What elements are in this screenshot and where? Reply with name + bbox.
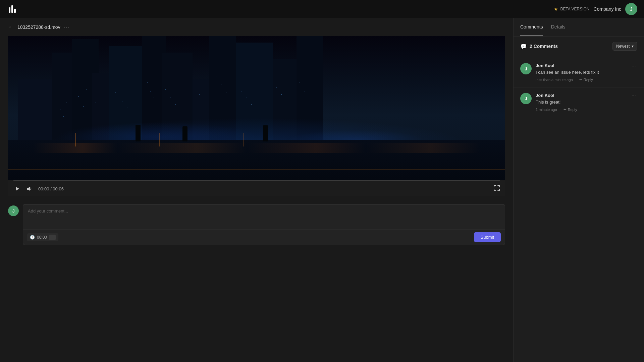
nav-right: ★ BETA VERSION Company Inc J [554, 3, 637, 15]
comment-content-1: Jon Kool I can see an issue here, lets f… [536, 63, 626, 82]
comment-more-button-1[interactable]: ··· [630, 63, 637, 69]
comment-meta-2: 1 minute ago · ↩ Reply [536, 107, 626, 112]
timestamp-badge[interactable]: 🕐 00:00 [27, 233, 58, 241]
comments-header: 💬 2 Comments Newest ▾ [514, 37, 644, 56]
comment-text-1: I can see an issue here, lets fix it [536, 69, 626, 75]
reply-icon-2: ↩ [564, 107, 567, 112]
comment-item: J Jon Kool I can see an issue here, lets… [514, 58, 644, 87]
svg-marker-1 [27, 187, 30, 191]
comment-textarea[interactable] [23, 204, 505, 228]
timestamp-small-box [49, 235, 56, 240]
reply-button-1[interactable]: ↩ Reply [579, 77, 593, 82]
video-section: ← 1032527288-sd.mov ··· [0, 18, 513, 362]
comments-list: J Jon Kool I can see an issue here, lets… [514, 56, 644, 362]
comment-username-1: Jon Kool [536, 63, 626, 68]
meta-dot-1: · [576, 78, 577, 82]
submit-button[interactable]: Submit [474, 232, 501, 242]
controls-left: 00:00 / 00:06 [13, 185, 64, 193]
comments-count: 💬 2 Comments [520, 43, 558, 50]
comments-count-label: 2 Comments [530, 44, 558, 49]
beta-badge: ★ BETA VERSION [554, 6, 589, 12]
sort-dropdown[interactable]: Newest ▾ [612, 42, 637, 51]
comment-avatar-1: J [520, 63, 532, 74]
comment-input-area: J 🕐 00:00 Submit [0, 196, 513, 245]
video-thumbnail [8, 36, 505, 180]
chevron-down-icon: ▾ [632, 44, 634, 49]
video-frame[interactable] [8, 36, 505, 180]
video-controls: 00:00 / 00:06 [8, 180, 505, 196]
file-header: ← 1032527288-sd.mov ··· [0, 18, 513, 36]
tab-comments[interactable]: Comments [520, 18, 543, 36]
top-navigation: ★ BETA VERSION Company Inc J [0, 0, 644, 18]
comment-username-2: Jon Kool [536, 93, 626, 98]
comment-time-1: less than a minute ago [536, 78, 573, 82]
comment-meta-1: less than a minute ago · ↩ Reply [536, 77, 626, 82]
comment-footer: 🕐 00:00 Submit [23, 229, 505, 245]
volume-button[interactable] [25, 185, 34, 193]
file-menu-button[interactable]: ··· [64, 24, 70, 30]
sort-label: Newest [616, 44, 630, 49]
reply-button-2[interactable]: ↩ Reply [564, 107, 577, 112]
sidebar-tabs: Comments Details [514, 18, 644, 37]
tab-details[interactable]: Details [551, 18, 566, 36]
svg-marker-0 [16, 187, 19, 191]
beta-star-icon: ★ [554, 6, 558, 12]
fullscreen-button[interactable] [494, 185, 500, 192]
comment-item: J Jon Kool This is great! 1 minute ago ·… [514, 87, 644, 117]
comment-bubble-icon: 💬 [520, 43, 527, 50]
comment-more-button-2[interactable]: ··· [630, 93, 637, 99]
video-container [8, 36, 505, 180]
time-display: 00:00 / 00:06 [38, 186, 64, 191]
reply-icon-1: ↩ [579, 77, 582, 82]
play-button[interactable] [13, 185, 21, 193]
main-layout: ← 1032527288-sd.mov ··· [0, 18, 644, 362]
controls-row: 00:00 / 00:06 [13, 181, 500, 196]
clock-icon: 🕐 [30, 235, 35, 240]
comment-avatar-2: J [520, 93, 532, 104]
comment-box: 🕐 00:00 Submit [23, 204, 505, 245]
nav-left [7, 4, 17, 14]
timestamp-value: 00:00 [37, 235, 47, 240]
comment-user-avatar: J [8, 205, 19, 216]
beta-label: BETA VERSION [560, 7, 589, 11]
comments-sidebar: Comments Details 💬 2 Comments Newest ▾ J… [513, 18, 644, 362]
app-logo [7, 4, 17, 14]
comment-content-2: Jon Kool This is great! 1 minute ago · ↩… [536, 93, 626, 112]
back-button[interactable]: ← [8, 23, 14, 31]
company-name: Company Inc [594, 6, 621, 12]
comment-time-2: 1 minute ago [536, 108, 557, 112]
file-name: 1032527288-sd.mov [17, 24, 60, 30]
meta-dot-2: · [560, 108, 561, 112]
user-avatar[interactable]: J [625, 3, 637, 15]
comment-text-2: This is great! [536, 99, 626, 105]
